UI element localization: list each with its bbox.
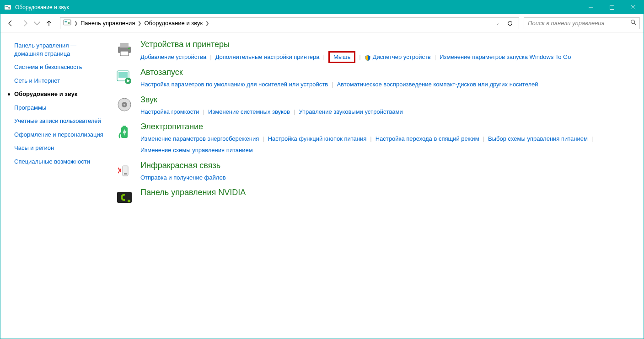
category-link[interactable]: Настройка параметров по умолчанию для но… [140, 79, 328, 90]
category: Устройства и принтерыДобавление устройст… [115, 40, 633, 63]
category-link[interactable]: Диспетчер устройств [365, 52, 431, 63]
svg-point-15 [129, 48, 130, 49]
category-title[interactable]: Устройства и принтеры [140, 40, 633, 49]
category: Инфракрасная связьОтправка и получение ф… [115, 161, 633, 184]
category-link[interactable]: Настройка функций кнопок питания [268, 133, 367, 145]
link-divider: | [435, 52, 436, 63]
navigation-bar: ❯ Панель управления ❯ Оборудование и зву… [0, 14, 644, 32]
speaker-icon [115, 95, 134, 114]
back-button[interactable] [4, 17, 17, 30]
svg-point-22 [123, 104, 125, 106]
category-title[interactable]: Панель управления NVIDIA [140, 188, 633, 197]
chevron-right-icon[interactable]: ❯ [74, 21, 78, 26]
category: ЗвукНастройка громкости|Изменение систем… [115, 95, 633, 118]
link-divider: | [263, 133, 264, 145]
sidebar-item[interactable]: Оформление и персонализация [14, 131, 106, 139]
main-content: Устройства и принтерыДобавление устройст… [110, 32, 644, 339]
shield-icon [365, 54, 371, 60]
refresh-button[interactable] [504, 18, 516, 29]
battery-icon [115, 122, 134, 141]
category-link[interactable]: Настройка перехода в спящий режим [376, 133, 479, 145]
link-divider: | [323, 52, 325, 63]
category-link[interactable]: Мышь [333, 52, 350, 63]
sidebar-item[interactable]: Система и безопасность [14, 63, 106, 71]
category: Панель управления NVIDIA [115, 188, 633, 207]
svg-point-10 [631, 20, 635, 24]
link-divider: | [591, 133, 593, 145]
address-dropdown-icon[interactable]: ⌄ [496, 21, 499, 26]
link-divider: | [203, 106, 204, 118]
svg-rect-17 [118, 72, 128, 78]
forward-button[interactable] [19, 17, 32, 30]
link-divider: | [483, 133, 484, 145]
category-link[interactable]: Изменение параметров запуска Windows To … [440, 52, 571, 63]
sidebar-item[interactable]: Программы [14, 104, 106, 112]
category-link[interactable]: Изменение системных звуков [208, 106, 290, 118]
svg-rect-4 [610, 5, 614, 10]
minimize-button[interactable] [580, 0, 601, 14]
link-divider: | [359, 52, 360, 63]
svg-rect-13 [120, 43, 129, 48]
control-panel-window: Оборудование и звук ❯ Панель управления [0, 0, 644, 339]
window-title: Оборудование и звук [15, 4, 69, 11]
category: АвтозапускНастройка параметров по умолча… [115, 68, 633, 90]
category-title[interactable]: Электропитание [140, 122, 633, 132]
chevron-right-icon[interactable]: ❯ [205, 21, 209, 26]
svg-rect-26 [124, 173, 127, 175]
content-body: Панель управления — домашняя страница Си… [0, 32, 644, 339]
category-link[interactable]: Добавление устройства [140, 52, 206, 63]
svg-point-2 [8, 7, 10, 9]
link-divider: | [210, 52, 211, 63]
sidebar-item[interactable]: Специальные возможности [14, 158, 106, 166]
svg-line-11 [634, 23, 636, 25]
category-link[interactable]: Изменение параметров энергосбережения [140, 133, 259, 145]
search-box[interactable] [524, 17, 640, 29]
sidebar-item[interactable]: Оборудование и звук [14, 90, 106, 98]
address-bar[interactable]: ❯ Панель управления ❯ Оборудование и зву… [60, 17, 519, 29]
category-title[interactable]: Звук [140, 95, 633, 105]
maximize-button[interactable] [601, 0, 623, 14]
svg-rect-24 [123, 126, 126, 127]
category: ЭлектропитаниеИзменение параметров энерг… [115, 122, 633, 156]
breadcrumb-current[interactable]: Оборудование и звук [144, 20, 203, 26]
category-link[interactable]: Выбор схемы управления питанием [488, 133, 588, 145]
up-button[interactable] [43, 17, 55, 30]
window-controls [580, 0, 644, 14]
category-link[interactable]: Изменение схемы управления питанием [140, 145, 253, 156]
category-title[interactable]: Автозапуск [140, 68, 633, 77]
printer-icon [115, 40, 134, 59]
window-icon [4, 4, 11, 11]
category-link[interactable]: Дополнительные настройки принтера [215, 52, 320, 63]
chevron-right-icon[interactable]: ❯ [138, 21, 141, 26]
category-link[interactable]: Настройка громкости [140, 106, 199, 118]
link-divider: | [370, 133, 371, 145]
search-icon[interactable] [630, 19, 637, 27]
sidebar-item[interactable]: Часы и регион [14, 144, 106, 152]
breadcrumb-root[interactable]: Панель управления [80, 20, 135, 26]
category-title[interactable]: Инфракрасная связь [140, 161, 633, 170]
highlight-box: Мышь [328, 51, 355, 63]
title-bar: Оборудование и звук [0, 0, 644, 14]
svg-point-28 [128, 200, 130, 202]
address-icon [63, 18, 71, 28]
sidebar-home[interactable]: Панель управления — домашняя страница [14, 42, 106, 58]
search-input[interactable] [527, 19, 630, 27]
sidebar: Панель управления — домашняя страница Си… [0, 32, 110, 339]
svg-point-9 [68, 22, 70, 24]
link-divider: | [332, 79, 333, 90]
autoplay-icon [115, 68, 134, 87]
nvidia-icon [115, 188, 134, 207]
sidebar-item[interactable]: Сеть и Интернет [14, 77, 106, 85]
recent-locations-button[interactable] [33, 17, 41, 30]
close-button[interactable] [623, 0, 644, 14]
svg-rect-14 [120, 51, 129, 56]
svg-rect-8 [64, 21, 67, 22]
sidebar-item[interactable]: Учетные записи пользователей [14, 117, 106, 125]
category-link[interactable]: Автоматическое воспроизведение компакт-д… [337, 79, 538, 90]
svg-rect-1 [5, 6, 8, 7]
link-divider: | [294, 106, 295, 118]
category-link[interactable]: Управление звуковыми устройствами [299, 106, 402, 118]
infrared-icon [115, 161, 134, 180]
category-link[interactable]: Отправка и получение файлов [140, 172, 226, 184]
